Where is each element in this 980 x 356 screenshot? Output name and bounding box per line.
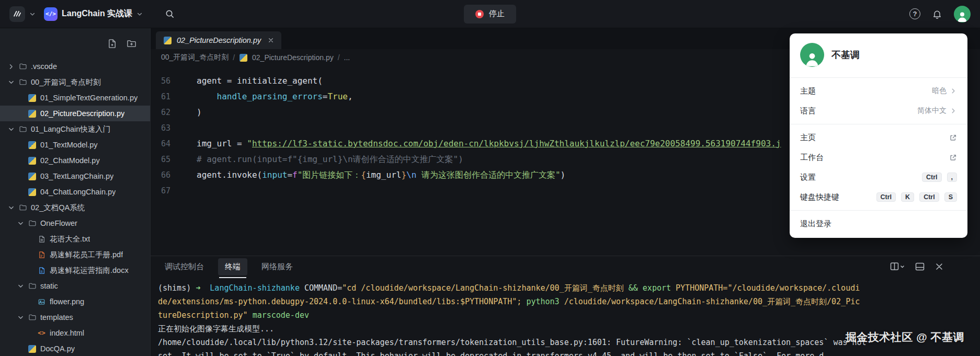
code-text: # agent.run(input=f"{img_url}\n请创作合适的中文推… [184, 152, 463, 167]
line-number: 62 [151, 105, 184, 120]
tree-item[interactable]: 01_TextModel.py [0, 137, 150, 153]
menu-item-label: 键盘快捷键 [800, 192, 839, 202]
python-icon [28, 94, 37, 102]
tree-item[interactable]: 03_TextLangChain.py [0, 168, 150, 184]
tree-item[interactable]: <>index.html [0, 325, 150, 341]
python-icon [28, 141, 37, 149]
python-icon [28, 345, 37, 353]
tree-item[interactable]: OneFlower [0, 215, 150, 231]
chevron-down-icon[interactable] [17, 220, 24, 227]
tree-item[interactable]: 02_PictureDescription.py [0, 106, 150, 121]
tree-item[interactable]: flower.png [0, 294, 150, 309]
chevron-down-icon[interactable] [7, 204, 15, 211]
workspace-switcher[interactable] [9, 6, 36, 22]
breadcrumb-item[interactable]: 02_PictureDescription.py [252, 53, 334, 62]
key-badge: Ctrl [919, 192, 939, 202]
panel-tab-list: 调试控制台终端网络服务 [158, 258, 300, 275]
close-panel-icon[interactable] [935, 262, 943, 271]
panel-layout-icon[interactable] [915, 262, 925, 271]
tree-item[interactable]: 04_ChatLongChain.py [0, 184, 150, 200]
tree-item[interactable]: static [0, 278, 150, 294]
new-folder-icon[interactable] [127, 39, 136, 49]
tree-item[interactable]: 易速鲜花员工手册.pdf [0, 247, 150, 262]
tree-item[interactable]: 02_文档QA系统 [0, 200, 150, 215]
menu-item-键盘快捷键[interactable]: 键盘快捷键CtrlKCtrlS [790, 187, 967, 207]
external-link-icon [949, 154, 957, 162]
menu-item-设置[interactable]: 设置Ctrl, [790, 167, 967, 187]
topbar-right-actions: ? [909, 6, 971, 22]
file-label: DocQA.py [40, 344, 75, 353]
tree-item[interactable]: 01_SimpleTextGeneration.py [0, 90, 150, 106]
file-label: templates [40, 313, 73, 321]
new-file-icon[interactable] [107, 39, 117, 49]
folder-icon [18, 125, 27, 133]
menu-item-label: 退出登录 [800, 219, 831, 229]
menu-divider [790, 124, 967, 124]
menu-item-label: 语言 [800, 106, 816, 116]
tree-item[interactable]: 02_ChatModel.py [0, 153, 150, 168]
menu-item-主页[interactable]: 主页 [790, 128, 967, 147]
tree-item[interactable]: templates [0, 309, 150, 325]
stop-button[interactable]: 停止 [464, 5, 516, 24]
topbar: </> LangChain 实战课 停止 ? [0, 0, 980, 28]
menu-item-语言[interactable]: 语言简体中文 [790, 101, 967, 121]
panel-tab-终端[interactable]: 终端 [218, 258, 247, 275]
folder-icon [18, 62, 27, 71]
menu-item-退出登录[interactable]: 退出登录 [790, 214, 967, 234]
line-number: 67 [151, 183, 184, 199]
file-label: 花语大全.txt [50, 234, 90, 244]
breadcrumb-separator: / [338, 53, 340, 62]
chevron-right-icon[interactable] [7, 63, 15, 70]
file-label: 02_文档QA系统 [31, 203, 85, 213]
user-avatar[interactable] [954, 6, 971, 22]
key-badge: Ctrl [922, 173, 942, 182]
chevron-down-icon[interactable] [17, 283, 24, 290]
notifications-icon[interactable] [932, 9, 942, 19]
python-icon [239, 54, 248, 62]
chevron-right-icon [950, 107, 957, 114]
project-switcher[interactable]: </> LangChain 实战课 [44, 7, 143, 21]
line-number: 63 [151, 120, 184, 136]
code-text: agent = initialize_agent( [184, 73, 323, 89]
breadcrumb-item[interactable]: 00_开篇词_奇点时刻 [161, 53, 229, 62]
panel-tab-网络服务[interactable]: 网络服务 [255, 258, 300, 275]
help-icon[interactable]: ? [909, 8, 920, 19]
menu-sections: 主题暗色语言简体中文主页工作台设置Ctrl,键盘快捷键CtrlKCtrlS退出登… [790, 81, 967, 234]
search-icon[interactable] [165, 9, 175, 19]
menu-item-工作台[interactable]: 工作台 [790, 147, 967, 167]
terminal-line: tureDescription.py" marscode-dev [158, 308, 980, 322]
line-number: 64 [151, 136, 184, 152]
editor-tab[interactable]: 02_PictureDescription.py [156, 31, 281, 49]
code-text: ) [184, 105, 202, 120]
close-icon[interactable] [268, 37, 274, 43]
tree-item[interactable]: 花语大全.txt [0, 231, 150, 247]
menu-item-label: 主页 [800, 133, 816, 143]
file-label: 01_TextModel.py [40, 141, 98, 149]
watermark: 掘金技术社区 @ 不基调 [846, 330, 964, 344]
file-label: 04_ChatLongChain.py [40, 188, 116, 196]
code-text: agent.invoke(input=f"图片链接如下：{img_url}\n … [184, 167, 565, 183]
tree-item[interactable]: DocQA.py [0, 341, 150, 356]
menu-item-label: 主题 [800, 86, 816, 96]
key-badge: S [944, 192, 957, 202]
tree-item[interactable]: .vscode [0, 59, 150, 74]
tree-item[interactable]: 01_LangChain快速入门 [0, 121, 150, 137]
chevron-down-icon[interactable] [7, 79, 15, 86]
docx-icon [37, 267, 46, 274]
breadcrumb-item[interactable]: ... [344, 53, 350, 62]
split-terminal-icon[interactable] [890, 262, 905, 271]
tree-item[interactable]: 00_开篇词_奇点时刻 [0, 74, 150, 90]
tree-item[interactable]: 易速鲜花运营指南.docx [0, 262, 150, 278]
user-menu-header: 不基调 [790, 33, 967, 74]
chevron-down-icon[interactable] [7, 126, 15, 133]
chevron-down-icon[interactable] [17, 314, 24, 321]
folder-icon [28, 313, 37, 321]
menu-divider [790, 77, 967, 78]
panel-actions [890, 262, 980, 271]
line-number: 61 [151, 89, 184, 105]
panel-tab-调试控制台[interactable]: 调试控制台 [158, 258, 211, 275]
python-icon [28, 173, 37, 180]
folder-icon [18, 78, 27, 86]
file-label: index.html [50, 329, 84, 337]
menu-item-主题[interactable]: 主题暗色 [790, 81, 967, 101]
